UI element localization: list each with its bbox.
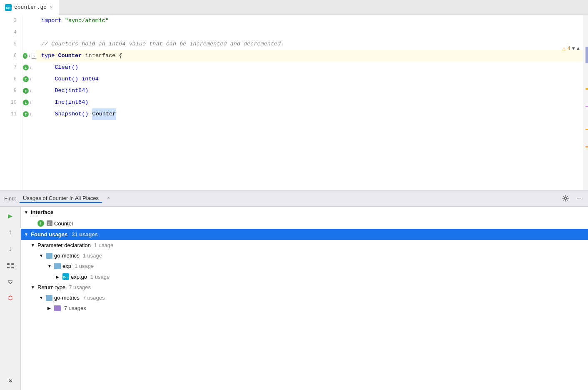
results-tree[interactable]: ▼ Interface I ⛓ Counter ▼ Found usages 3…	[21, 207, 588, 390]
folder-icon-purple	[54, 305, 61, 311]
exp-folder-item[interactable]: ▼ exp 1 usage	[21, 261, 588, 271]
exp-go-file-item[interactable]: ▶ Go exp.go 1 usage	[21, 271, 588, 282]
interface-label: Interface	[31, 209, 53, 215]
comment-line-5: // Counters hold an int64 value that can…	[41, 38, 284, 50]
code-content[interactable]: import "sync/atomic" // Counters hold an…	[36, 15, 588, 190]
line-num-8: 8	[0, 73, 19, 85]
folder-icon-exp	[54, 263, 61, 269]
collapse-all-button[interactable]	[5, 293, 16, 305]
svg-rect-5	[11, 263, 14, 265]
go-metrics-return-arrow[interactable]: ▼	[39, 295, 44, 300]
code-line-4	[36, 27, 588, 38]
intention-icon-11[interactable]: I	[23, 111, 29, 117]
folder-icon-go-metrics-param	[46, 253, 52, 259]
scroll-mark-purple	[586, 106, 588, 107]
purple-folder-arrow[interactable]: ▶	[47, 306, 52, 310]
minimize-button[interactable]: —	[574, 193, 584, 203]
gutter-11[interactable]: I ↓	[23, 108, 36, 120]
return-type-item[interactable]: ▼ Return type 7 usages	[21, 282, 588, 292]
line-num-9: 9	[0, 85, 19, 97]
exp-folder-count: 1 usage	[75, 263, 94, 269]
tab-bar: Go counter.go ×	[0, 0, 588, 15]
structure-icon-6[interactable]: ▷	[32, 53, 36, 59]
folder-icon-go-metrics-return	[46, 295, 52, 301]
code-line-11: Snapshot() Counter	[36, 108, 588, 120]
intention-icon-6[interactable]: I	[23, 53, 27, 59]
found-usages-count: 31 usages	[72, 231, 98, 238]
return-type-arrow[interactable]: ▼	[31, 285, 36, 290]
gutter-arrow-11: ↓	[30, 112, 32, 117]
tab-label: counter.go	[14, 4, 47, 10]
found-usages-header[interactable]: ▼ Found usages 31 usages	[21, 229, 588, 240]
go-metrics-return-item[interactable]: ▼ go-metrics 7 usages	[21, 292, 588, 303]
gutter-8[interactable]: I ↓	[23, 73, 36, 85]
svg-text:Go: Go	[63, 275, 67, 279]
counter-ref-highlighted: Counter	[92, 108, 117, 120]
exp-folder-label: exp	[62, 263, 71, 269]
counter-interface-item[interactable]: I ⛓ Counter	[21, 218, 588, 229]
go-metrics-return-label: go-metrics	[54, 295, 80, 301]
find-bar: Find: Usages of Counter in All Places × …	[0, 190, 588, 207]
method-snapshot: Snapshot()	[41, 108, 92, 120]
scroll-mark-yellow-2	[586, 129, 588, 130]
exp-go-count: 1 usage	[90, 274, 110, 280]
find-tab-usages[interactable]: Usages of Counter in All Places	[20, 194, 102, 203]
run-results-button[interactable]: ▶	[5, 210, 16, 222]
intention-icon-7[interactable]: I	[23, 65, 29, 70]
param-decl-count: 1 usage	[94, 242, 113, 248]
warning-nav-down[interactable]: ▼	[572, 46, 575, 52]
purple-folder-item[interactable]: ▶ 7 usages	[21, 303, 588, 313]
svg-rect-6	[11, 267, 14, 268]
gutter-6[interactable]: I ↓ ▷	[23, 50, 36, 62]
gutter-area: I ↓ ▷ I ↓ I ↓ I ↓ I ↓ I ↓	[23, 15, 36, 190]
gutter-10[interactable]: I ↓	[23, 97, 36, 108]
return-type-label: Return type	[37, 284, 65, 290]
find-tab-close[interactable]: ×	[105, 195, 112, 202]
code-line-3: import "sync/atomic"	[36, 15, 588, 27]
more-options-button[interactable]: »	[5, 375, 16, 387]
go-metrics-param-arrow[interactable]: ▼	[39, 253, 44, 258]
warning-icon: ⚠	[562, 45, 566, 52]
exp-go-label: exp.go	[71, 274, 87, 280]
gutter-5	[23, 38, 36, 50]
go-metrics-param-label: go-metrics	[54, 252, 80, 259]
expand-all-button[interactable]	[5, 277, 16, 288]
gutter-arrow-9: ↓	[30, 89, 32, 93]
go-file-icon-exp: Go	[62, 273, 69, 280]
go-metrics-param-item[interactable]: ▼ go-metrics 1 usage	[21, 250, 588, 261]
settings-button[interactable]	[561, 193, 571, 203]
code-line-5: // Counters hold an int64 value that can…	[36, 38, 588, 50]
exp-go-arrow[interactable]: ▶	[56, 275, 61, 279]
gutter-9[interactable]: I ↓	[23, 85, 36, 97]
warning-indicator[interactable]: ⚠ 4 ▼ ▲	[562, 45, 580, 52]
svg-rect-4	[7, 267, 10, 268]
line-num-7: 7	[0, 62, 19, 73]
kw-type: type	[41, 50, 58, 62]
svg-text:⛓: ⛓	[47, 222, 51, 226]
group-by-button[interactable]	[5, 260, 16, 272]
svg-text:Go: Go	[6, 6, 10, 10]
interface-expand-arrow[interactable]: ▼	[24, 210, 29, 215]
code-line-7: Clear()	[36, 62, 588, 73]
tab-close-button[interactable]: ×	[49, 4, 54, 11]
line-num-5: 5	[0, 38, 19, 50]
gutter-arrow-6: ↓	[28, 54, 31, 58]
counter-interface-label: Counter	[54, 220, 73, 227]
import-path: "sync/atomic"	[65, 15, 109, 27]
intention-icon-10[interactable]: I	[23, 100, 29, 105]
go-metrics-param-count: 1 usage	[83, 252, 102, 259]
gutter-7[interactable]: I ↓	[23, 62, 36, 73]
prev-occurrence-button[interactable]: ↑	[5, 227, 16, 238]
intention-icon-8[interactable]: I	[23, 76, 29, 82]
param-decl-item[interactable]: ▼ Parameter declaration 1 usage	[21, 240, 588, 250]
warning-nav-up[interactable]: ▲	[577, 46, 580, 52]
code-line-10: Inc(int64)	[36, 97, 588, 108]
editor-scrollbar[interactable]	[583, 15, 588, 190]
intention-icon-9[interactable]: I	[23, 88, 29, 94]
file-tab-counter-go[interactable]: Go counter.go ×	[0, 0, 59, 15]
found-usages-expand-arrow[interactable]: ▼	[24, 232, 29, 237]
exp-folder-arrow[interactable]: ▼	[47, 264, 52, 268]
next-occurrence-button[interactable]: ↓	[5, 243, 16, 255]
param-decl-arrow[interactable]: ▼	[31, 243, 36, 248]
method-dec: Dec(int64)	[41, 85, 88, 97]
